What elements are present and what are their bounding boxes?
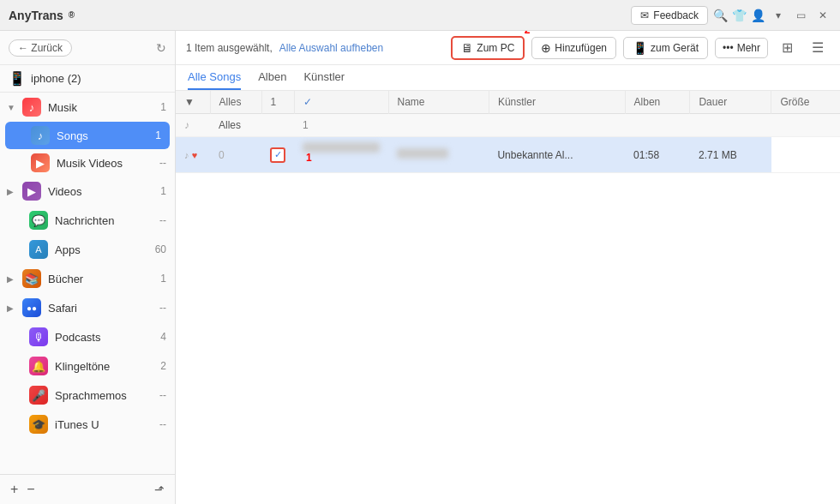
table-row[interactable]: ♪ ♥ 0 ✓ 1 Unb: [176, 137, 840, 173]
sidebar-label-musikvideos: Musik Videos: [57, 157, 153, 170]
sidebar-count-musikvideos: --: [159, 157, 166, 169]
sidebar-label-itunes: iTunes U: [55, 418, 153, 431]
back-button[interactable]: ← Zurück: [9, 39, 72, 57]
mehr-dots-icon: •••: [723, 42, 734, 54]
title-bar: AnyTrans® ✉ Feedback 🔍 👕 👤 ▾ ▭ ✕: [0, 0, 840, 31]
clear-selection-link[interactable]: Alle Auswahl aufheben: [279, 42, 383, 54]
zum-geraet-button[interactable]: 📱 zum Gerät: [623, 37, 708, 59]
klingeltoene-icon: 🔔: [29, 357, 48, 375]
row-num-cell: 0: [210, 137, 261, 173]
shirt-icon[interactable]: 👕: [732, 9, 746, 22]
main-layout: ← Zurück ↻ 📱 iphone (2) ▼ ♪ Musik 1 ♪ So…: [0, 31, 840, 504]
restore-button[interactable]: ▭: [792, 7, 809, 24]
sidebar-item-songs[interactable]: ♪ Songs 1: [5, 122, 170, 149]
sidebar-count-podcasts: 4: [160, 331, 166, 343]
tab-kuenstler[interactable]: Künstler: [303, 70, 345, 90]
selection-status: 1 Item ausgewählt,: [186, 42, 273, 54]
app-title: AnyTrans®: [9, 9, 75, 22]
sidebar-item-sprachmemos[interactable]: 🎤 Sprachmemos --: [0, 381, 175, 410]
table-container: ▼ Alles 1 ✓ Name Künstler Alben Dauer Gr…: [176, 91, 840, 504]
sidebar-count-videos: 1: [160, 185, 166, 197]
hinzufuegen-button[interactable]: ⊕ Hinzufügen: [531, 37, 616, 59]
feedback-button[interactable]: ✉ Feedback: [631, 6, 708, 25]
sidebar-label-podcasts: Podcasts: [55, 331, 153, 344]
sidebar-count-musik: 1: [160, 101, 166, 113]
device-send-icon: 📱: [633, 41, 647, 55]
col-checkbox: ✓: [294, 91, 388, 114]
row-kuenstler-cell: [388, 137, 489, 173]
device-row: 📱 iphone (2): [0, 65, 175, 93]
mehr-label: Mehr: [737, 42, 760, 54]
hinzufuegen-label: Hinzufügen: [555, 42, 607, 54]
sidebar-label-nachrichten: Nachrichten: [55, 214, 153, 227]
music-note-icon: ♪: [184, 119, 189, 131]
list-view-button[interactable]: ☰: [806, 36, 830, 60]
expand-arrow-safari: ▶: [7, 303, 15, 313]
device-icon: 📱: [9, 70, 26, 87]
refresh-icon[interactable]: ↻: [156, 41, 166, 55]
sidebar-item-videos[interactable]: ▶ ▶ Videos 1: [0, 177, 175, 206]
musik-icon: ♪: [22, 98, 41, 117]
apps-icon: A: [29, 240, 48, 259]
col-name[interactable]: Name: [388, 91, 489, 114]
sidebar-item-klingeltoene[interactable]: 🔔 Klingeltöne 2: [0, 351, 175, 381]
row-checkbox[interactable]: ✓: [270, 147, 285, 163]
minimize-button[interactable]: ▾: [770, 7, 787, 24]
add-button[interactable]: +: [10, 482, 18, 497]
all-songs-row: ♪ Alles 1: [176, 114, 840, 137]
col-dauer[interactable]: Dauer: [690, 91, 771, 114]
grid-view-button[interactable]: ⊞: [775, 36, 799, 60]
col-kuenstler[interactable]: Künstler: [489, 91, 625, 114]
tab-alle-songs[interactable]: Alle Songs: [188, 70, 241, 90]
all-spacer: [388, 114, 840, 137]
all-sort-cell: ♪: [176, 114, 210, 137]
sidebar-count-songs: 1: [155, 129, 161, 141]
sidebar: ← Zurück ↻ 📱 iphone (2) ▼ ♪ Musik 1 ♪ So…: [0, 31, 176, 504]
sidebar-label-apps: Apps: [55, 243, 148, 256]
annotation-2: 2: [525, 31, 531, 36]
sidebar-item-podcasts[interactable]: 🎙 Podcasts 4: [0, 322, 175, 351]
search-icon[interactable]: 🔍: [713, 9, 727, 22]
plus-circle-icon: ⊕: [541, 41, 551, 55]
sidebar-count-sprachmemos: --: [159, 389, 166, 401]
nachrichten-icon: 💬: [29, 211, 48, 230]
songs-table: ▼ Alles 1 ✓ Name Künstler Alben Dauer Gr…: [176, 91, 840, 173]
annotation-1: 1: [306, 152, 312, 164]
sidebar-label-sprachmemos: Sprachmemos: [55, 389, 153, 402]
sidebar-count-apps: 60: [155, 243, 166, 255]
zum-pc-button[interactable]: 🖥 Zum PC: [451, 36, 525, 60]
monitor-icon: 🖥: [461, 41, 473, 55]
sidebar-label-klingeltoene: Klingeltöne: [55, 360, 153, 373]
col-groesse[interactable]: Größe: [771, 91, 840, 114]
header-checkbox[interactable]: ✓: [303, 96, 312, 108]
row-checkbox-cell[interactable]: ✓: [261, 137, 294, 173]
tabs: Alle Songs Alben Künstler: [176, 65, 840, 91]
heart-icon: ♥: [192, 150, 198, 160]
close-button[interactable]: ✕: [814, 7, 831, 24]
user-icon[interactable]: 👤: [751, 9, 765, 22]
export-button[interactable]: ⬏: [154, 483, 165, 496]
sidebar-item-safari[interactable]: ▶ ●● Safari --: [0, 293, 175, 322]
sidebar-header: ← Zurück ↻: [0, 31, 175, 65]
sidebar-count-klingeltoene: 2: [160, 360, 166, 372]
safari-icon: ●●: [22, 298, 41, 317]
sidebar-item-musik[interactable]: ▼ ♪ Musik 1: [0, 93, 175, 122]
sidebar-item-buecher[interactable]: ▶ 📚 Bücher 1: [0, 264, 175, 293]
mehr-button[interactable]: ••• Mehr: [715, 38, 768, 58]
songs-icon: ♪: [31, 126, 50, 145]
content-area: 1 Item ausgewählt, Alle Auswahl aufheben…: [176, 31, 840, 504]
sidebar-item-itunes[interactable]: 🎓 iTunes U --: [0, 410, 175, 439]
tab-alben[interactable]: Alben: [258, 70, 286, 90]
zum-pc-container: 🖥 Zum PC 2: [451, 36, 525, 60]
sidebar-item-nachrichten[interactable]: 💬 Nachrichten --: [0, 206, 175, 235]
col-alben[interactable]: Alben: [625, 91, 690, 114]
zum-geraet-label: zum Gerät: [651, 42, 699, 54]
sidebar-item-musikvideos[interactable]: ▶ Musik Videos --: [0, 149, 175, 177]
row-dauer-cell: 01:58: [625, 137, 690, 173]
sort-icon: ▼: [184, 96, 195, 108]
sidebar-count-buecher: 1: [160, 273, 166, 285]
sidebar-item-apps[interactable]: A Apps 60: [0, 235, 175, 264]
buecher-icon: 📚: [22, 269, 41, 288]
row-icon-cell: ♪ ♥: [176, 137, 210, 173]
remove-button[interactable]: −: [27, 482, 34, 497]
